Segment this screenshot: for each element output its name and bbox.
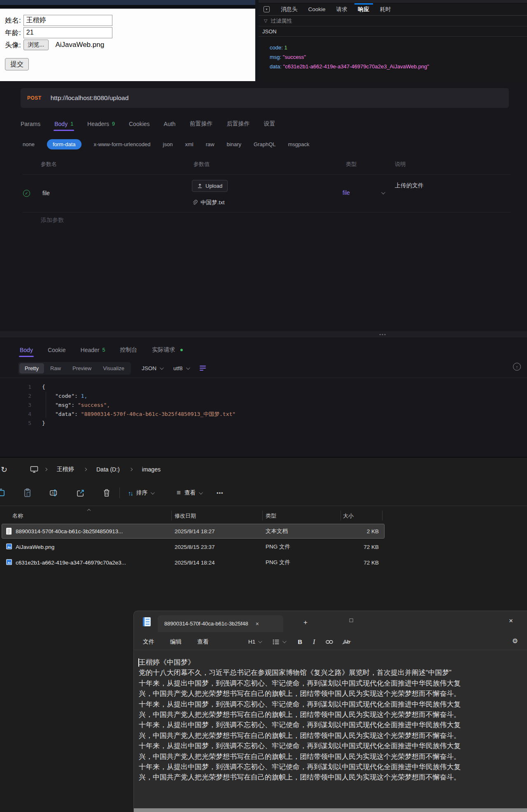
submit-button[interactable]: 提交 — [5, 58, 29, 70]
tab-post-operations[interactable]: 后置操作 — [226, 120, 250, 128]
more-icon[interactable]: ••• — [217, 490, 224, 496]
menu-view[interactable]: 查看 — [194, 637, 212, 647]
view-visualize[interactable]: Visualize — [98, 363, 130, 373]
bold-button[interactable]: B — [298, 638, 302, 645]
paste-icon[interactable] — [23, 488, 32, 497]
tab-actual-request[interactable]: 实际请求 — [152, 346, 183, 354]
mode-graphql[interactable]: GraphQL — [254, 141, 275, 147]
settings-gear-icon[interactable]: ⚙ — [512, 637, 518, 645]
notepad-statusbar[interactable] — [134, 808, 527, 812]
encoding-select[interactable]: utf8 — [173, 365, 189, 371]
json-section-header[interactable]: JSON — [259, 26, 527, 37]
view-label[interactable]: 查看 — [184, 489, 196, 497]
view-pretty[interactable]: Pretty — [19, 363, 44, 373]
tab-cookies[interactable]: Cookies — [129, 121, 150, 127]
mode-json[interactable]: json — [163, 141, 173, 147]
param-enabled-check[interactable]: ✓ — [23, 190, 30, 197]
tab-auth[interactable]: Auth — [164, 121, 176, 127]
breadcrumb-user[interactable]: 王楷婷 — [53, 466, 78, 473]
view-icon[interactable]: ≡ — [177, 489, 181, 497]
view-raw[interactable]: Raw — [45, 363, 66, 373]
word-wrap-icon[interactable] — [200, 366, 206, 371]
chevron-down-icon[interactable] — [381, 190, 385, 194]
tab-response[interactable]: 响应 — [353, 3, 375, 16]
breadcrumb-folder[interactable]: images — [138, 466, 165, 473]
filter-placeholder[interactable]: 过滤属性 — [270, 17, 292, 25]
file-row-png1[interactable]: AiJavaWeb.png 2025/8/15 23:37 PNG 文件 72 … — [2, 540, 384, 554]
param-name[interactable]: file — [42, 190, 50, 196]
menu-file[interactable]: 文件 — [140, 637, 158, 647]
mode-msgpack[interactable]: msgpack — [288, 141, 309, 147]
tab-headers[interactable]: 消息头 — [275, 3, 303, 16]
column-resize-handle[interactable] — [340, 511, 341, 520]
url-bar[interactable]: POST http://localhost:8080/upload — [21, 88, 509, 108]
share-icon[interactable] — [76, 488, 85, 497]
param-type-select[interactable]: file — [343, 189, 350, 196]
tab-timings[interactable]: 耗时 — [375, 3, 396, 16]
close-icon[interactable]: × — [505, 617, 517, 625]
strikethrough-icon[interactable]: Ab — [343, 639, 350, 645]
name-input[interactable] — [23, 15, 112, 26]
view-preview[interactable]: Preview — [67, 363, 97, 373]
tab-resp-header[interactable]: Header5 — [81, 347, 105, 353]
mode-binary[interactable]: binary — [227, 141, 241, 147]
request-url[interactable]: http://localhost:8080/upload — [51, 94, 129, 102]
maximize-icon[interactable]: □ — [345, 617, 357, 623]
notepad-text-area[interactable]: 王楷婷《中国梦》 党的十八大闭幕不久，习近平总书记在参观国家博物馆《复兴之路》展… — [139, 657, 522, 796]
tab-request[interactable]: 请求 — [331, 3, 353, 16]
tab-body[interactable]: Body1 — [54, 121, 73, 127]
mode-x-www-form-urlencoded[interactable]: x-www-form-urlencoded — [94, 141, 151, 147]
copy-icon[interactable] — [0, 488, 6, 497]
tab-headers[interactable]: Headers9 — [87, 121, 115, 127]
link-icon[interactable] — [326, 639, 333, 644]
col-size[interactable]: 大小 — [343, 512, 354, 520]
tab-pre-operations[interactable]: 前置操作 — [189, 120, 212, 128]
mode-raw[interactable]: raw — [206, 141, 215, 147]
col-date[interactable]: 修改日期 — [175, 512, 196, 520]
tab-settings[interactable]: 设置 — [264, 120, 275, 128]
panel-dock-icon[interactable]: ▾ — [264, 6, 270, 12]
upload-button[interactable]: Upload — [192, 180, 228, 192]
format-select[interactable]: JSON — [142, 365, 163, 371]
http-method-badge[interactable]: POST — [27, 95, 42, 101]
chevron-down-icon — [160, 366, 164, 370]
browse-button[interactable]: 浏览... — [23, 40, 49, 50]
sort-icon[interactable]: ↑↓ — [128, 490, 133, 497]
column-resize-handle[interactable] — [382, 511, 382, 520]
delete-icon[interactable] — [102, 488, 111, 497]
italic-button[interactable]: I — [313, 638, 315, 646]
this-pc-icon[interactable] — [30, 466, 39, 473]
column-resize-handle[interactable] — [171, 511, 172, 520]
tab-cookie[interactable]: Cookie — [303, 3, 331, 16]
mode-form-data[interactable]: form-data — [47, 139, 82, 149]
mode-none[interactable]: none — [23, 141, 35, 147]
age-input[interactable] — [23, 27, 112, 38]
file-row-txt[interactable]: 88900314-570f-40ca-b61c-3b25f4850913... … — [2, 524, 384, 538]
menu-edit[interactable]: 编辑 — [167, 637, 185, 647]
breadcrumb-drive[interactable]: Data (D:) — [92, 466, 124, 473]
tab-resp-body[interactable]: Body — [20, 347, 33, 353]
column-resize-handle[interactable] — [262, 511, 263, 520]
pane-splitter[interactable]: ••• — [0, 331, 527, 337]
sort-label[interactable]: 排序 — [136, 489, 147, 497]
file-row-png2[interactable]: c631e2b1-a662-419e-a347-46979c70a2e3... … — [2, 555, 384, 569]
notepad-document-tab[interactable]: 88900314-570f-40ca-b61c-3b25f48 × — [158, 615, 283, 632]
heading-select[interactable]: H1 — [248, 639, 261, 645]
add-param-placeholder[interactable]: 添加参数 — [41, 217, 64, 224]
col-type[interactable]: 类型 — [266, 512, 276, 520]
response-json-code[interactable]: 1{ 2"code": 1, 3"msg": "success", 4"data… — [0, 378, 527, 457]
rename-icon[interactable]: A — [49, 488, 58, 497]
tab-console[interactable]: 控制台 — [120, 346, 137, 354]
scroll-top-icon[interactable]: ↑ — [513, 363, 521, 371]
list-select[interactable] — [273, 639, 285, 645]
param-description[interactable]: 上传的文件 — [395, 182, 424, 189]
refresh-icon[interactable]: ↻ — [1, 465, 12, 474]
tab-resp-cookie[interactable]: Cookie — [48, 347, 66, 353]
new-tab-icon[interactable]: + — [303, 618, 308, 627]
notepad-titlebar[interactable]: 88900314-570f-40ca-b61c-3b25f48 × + — □ … — [134, 611, 527, 632]
attached-file-chip[interactable]: 中国梦.txt — [192, 199, 225, 206]
tab-params[interactable]: Params — [21, 121, 40, 127]
mode-xml[interactable]: xml — [185, 141, 193, 147]
col-name[interactable]: 名称 — [12, 512, 23, 520]
tab-close-icon[interactable]: × — [256, 621, 259, 627]
